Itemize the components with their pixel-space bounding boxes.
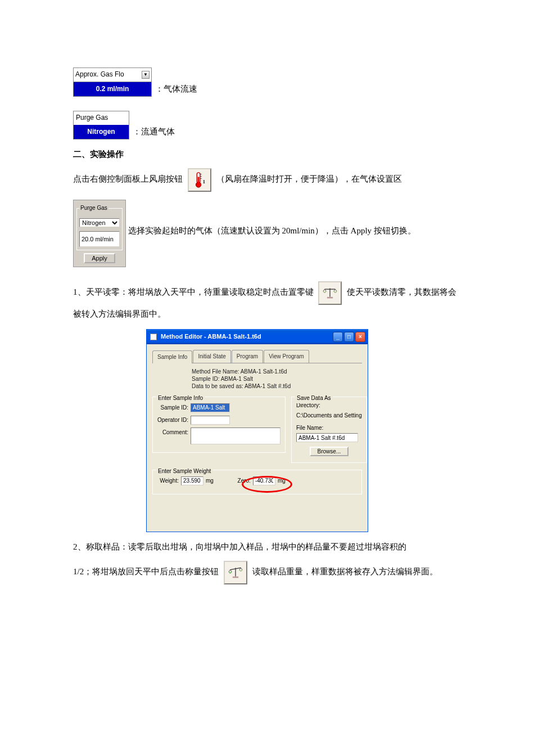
operator-id-input[interactable]	[191, 416, 230, 425]
tab-sample-info[interactable]: Sample Info	[152, 350, 192, 363]
weigh-button[interactable]	[224, 561, 247, 584]
doc-icon	[150, 334, 157, 340]
svg-line-16	[229, 569, 230, 571]
method-meta: Method File Name: ABMA-1 Salt-1.t6d Samp…	[192, 368, 362, 390]
window-title: Method Editor - ABMA-1 Salt-1.t6d	[161, 333, 261, 340]
minimize-button[interactable]: _	[333, 332, 343, 342]
apply-button[interactable]: Apply	[84, 253, 115, 263]
weight-input[interactable]	[181, 476, 203, 485]
gas-flow-caption: ：气体流速	[155, 82, 197, 97]
dropdown-icon[interactable]: ▼	[142, 71, 150, 79]
svg-line-17	[230, 569, 232, 571]
gas-flow-label: Approx. Gas Flo	[75, 69, 124, 81]
gas-rate: 20.0 ml/min	[79, 231, 120, 247]
file-name-label: File Name:	[296, 423, 362, 433]
gas-select[interactable]: Nitrogen	[79, 218, 120, 227]
thermometer-icon: 1	[191, 172, 208, 188]
weight-unit: mg	[206, 476, 214, 486]
purge-gas-value: Nitrogen	[74, 125, 129, 140]
purge-gas-widget: Purge Gas Nitrogen	[73, 111, 129, 140]
fan-text-before: 点击右侧控制面板上风扇按钮	[73, 175, 183, 184]
tab-program[interactable]: Program	[232, 350, 263, 363]
svg-text:1: 1	[202, 179, 205, 184]
tab-initial-state[interactable]: Initial State	[193, 350, 230, 363]
zero-label: Zero:	[235, 476, 251, 486]
gas-settings-panel: Purge Gas Nitrogen 20.0 ml/min Apply	[73, 200, 126, 267]
enter-sample-info-group: Enter Sample Info Sample ID: Operator ID…	[152, 397, 286, 453]
gas-panel-legend: Purge Gas	[79, 202, 108, 214]
step1-before: 1、天平读零：将坩埚放入天平中，待重量读取稳定时点击置零键	[73, 287, 314, 296]
balance-weigh-icon	[228, 566, 243, 579]
zero-unit: mg	[278, 476, 286, 486]
tabs: Sample Info Initial State Program View P…	[152, 350, 362, 363]
zero-button[interactable]	[318, 281, 342, 305]
step2-before-icon: 1/2；将坩埚放回天平中后点击称量按钮	[73, 567, 219, 576]
step2-line1: 2、称取样品：读零后取出坩埚，向坩埚中加入样品，坩埚中的样品量不要超过坩埚容积的	[73, 538, 461, 556]
browse-button[interactable]: Browse...	[310, 447, 349, 456]
gas-flow-value: 0.2 ml/min	[74, 82, 151, 97]
weight-label: Weight:	[157, 476, 179, 486]
file-name-input[interactable]	[296, 433, 358, 442]
title-bar: Method Editor - ABMA-1 Salt-1.t6d _ □ ×	[147, 330, 368, 344]
purge-gas-caption: ：流通气体	[133, 124, 175, 140]
gas-flow-widget: Approx. Gas Flo ▼ 0.2 ml/min	[73, 68, 152, 97]
comment-label: Comment:	[157, 428, 188, 438]
svg-rect-13	[327, 297, 333, 299]
sample-id-input[interactable]	[191, 403, 230, 412]
zero-input[interactable]	[253, 476, 275, 485]
comment-input[interactable]	[191, 428, 280, 444]
maximize-button[interactable]: □	[344, 332, 354, 342]
gas-panel-after-text: 选择实验起始时的气体（流速默认设置为 20ml/min），点击 Apply 按钮…	[128, 227, 416, 236]
svg-line-9	[323, 289, 325, 291]
tab-view-program[interactable]: View Program	[264, 350, 309, 363]
svg-rect-2	[197, 177, 199, 184]
balance-zero-icon	[322, 286, 338, 300]
section-heading: 二、实验操作	[73, 145, 461, 164]
close-button[interactable]: ×	[355, 332, 365, 342]
svg-rect-20	[233, 576, 238, 578]
operator-id-label: Operator ID:	[157, 415, 188, 425]
fan-button[interactable]: 1	[188, 168, 211, 192]
svg-line-19	[241, 568, 242, 569]
enter-sample-weight-group: Enter Sample Weight Weight: mg Zero: mg	[152, 470, 362, 494]
directory-value: C:\Documents and Setting	[296, 411, 362, 421]
purge-gas-label: Purge Gas	[74, 111, 129, 125]
step2-after-icon: 读取样品重量，样重数据将被存入方法编辑界面。	[252, 567, 438, 576]
fan-text-after: （风扇在降温时打开，便于降温），在气体设置区	[216, 175, 402, 184]
svg-line-12	[336, 289, 337, 291]
sample-id-label: Sample ID:	[157, 403, 188, 413]
save-data-as-group: Save Data As Directory: C:\Documents and…	[291, 397, 367, 463]
method-editor-window: Method Editor - ABMA-1 Salt-1.t6d _ □ × …	[146, 329, 368, 532]
